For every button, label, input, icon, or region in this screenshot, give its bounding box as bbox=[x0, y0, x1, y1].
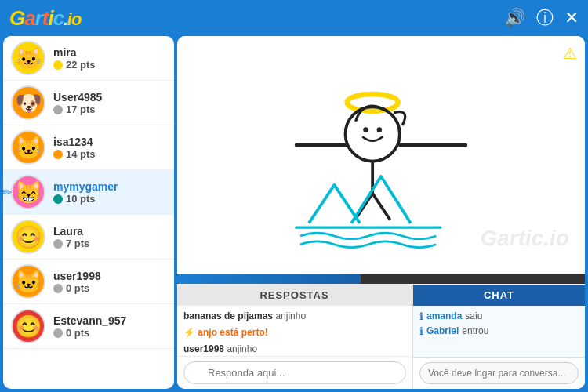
msg-text: anjinho bbox=[275, 310, 306, 321]
pencil-icon: ✏ bbox=[3, 185, 12, 200]
message-line: bananas de pijamas anjinho bbox=[183, 309, 406, 324]
list-item: 🐶 User4985 17 pts bbox=[3, 81, 174, 125]
logo: Gartic.io bbox=[9, 6, 81, 31]
chat-username: Gabriel bbox=[426, 325, 459, 336]
list-item: 🐱 mira 22 pts bbox=[3, 36, 174, 81]
player-info: User4985 17 pts bbox=[53, 91, 166, 115]
sound-icon[interactable]: 🔊 bbox=[504, 8, 525, 28]
input-wrapper: ✏ bbox=[183, 361, 406, 384]
tab-chat[interactable]: CHAT bbox=[413, 285, 585, 306]
svg-point-2 bbox=[363, 127, 368, 132]
avatar: 😸 bbox=[11, 175, 45, 209]
chat-input-area bbox=[413, 357, 585, 389]
player-pts: 17 pts bbox=[53, 103, 166, 115]
info-icon: ℹ bbox=[419, 325, 423, 337]
avatar: 😊 bbox=[11, 220, 45, 254]
player-pts: 7 pts bbox=[53, 238, 166, 249]
avatar: 😊 bbox=[11, 309, 45, 343]
chat-action: entrou bbox=[462, 325, 488, 336]
canvas-area: ⚠ bbox=[177, 36, 585, 389]
player-name: mymygamer bbox=[53, 180, 166, 193]
avatar: 🐶 bbox=[11, 85, 45, 120]
svg-point-0 bbox=[347, 94, 398, 111]
avatar: 🐱 bbox=[11, 264, 45, 299]
player-info: Laura 7 pts bbox=[53, 225, 166, 249]
player-pts: 0 pts bbox=[53, 282, 166, 294]
list-item: 😊 Estevann_957 0 pts bbox=[3, 304, 174, 349]
header-icons: 🔊 ⓘ ✕ bbox=[504, 6, 579, 30]
player-info: mymygamer 10 pts bbox=[53, 180, 166, 205]
chat-message: ℹ Gabriel entrou bbox=[419, 325, 579, 337]
list-item: ✏ 😸 mymygamer 10 pts bbox=[3, 170, 174, 215]
player-info: isa1234 14 pts bbox=[53, 136, 166, 160]
chat-action: saiu bbox=[465, 310, 482, 321]
respostas-input[interactable] bbox=[183, 361, 406, 384]
list-item: 🐱 user1998 0 pts bbox=[3, 260, 174, 304]
info-icon[interactable]: ⓘ bbox=[536, 6, 554, 30]
player-name: isa1234 bbox=[53, 136, 166, 148]
chat-messages: ℹ amanda saiu ℹ Gabriel entrou bbox=[413, 306, 585, 357]
progress-bar-fill bbox=[177, 274, 361, 284]
chat-message: ℹ amanda saiu bbox=[419, 310, 579, 322]
svg-line-8 bbox=[372, 194, 390, 220]
avatar: 🐱 bbox=[11, 130, 45, 165]
msg-user-highlight: anjo bbox=[198, 327, 217, 338]
info-icon: ℹ bbox=[419, 310, 423, 322]
player-pts: 10 pts bbox=[53, 193, 166, 205]
list-item: 😊 Laura 7 pts bbox=[3, 215, 174, 260]
player-info: mira 22 pts bbox=[53, 46, 166, 71]
msg-text: anjinho bbox=[227, 343, 257, 354]
respostas-messages: bananas de pijamas anjinho ⚡ anjo está p… bbox=[177, 306, 412, 356]
player-name: User4985 bbox=[53, 91, 166, 103]
player-name: Laura bbox=[53, 225, 166, 238]
close-icon[interactable]: ✕ bbox=[564, 8, 579, 28]
main-layout: 🐱 mira 22 pts 🐶 User4985 17 pts 🐱 isa123… bbox=[0, 36, 588, 392]
sidebar: 🐱 mira 22 pts 🐶 User4985 17 pts 🐱 isa123… bbox=[3, 36, 174, 389]
player-info: user1998 0 pts bbox=[53, 270, 166, 294]
avatar: 🐱 bbox=[11, 41, 45, 75]
drawing-svg bbox=[177, 36, 585, 274]
chat-panel: CHAT ℹ amanda saiu ℹ Gabriel entrou bbox=[412, 285, 585, 389]
player-name: mira bbox=[53, 46, 166, 59]
chat-input bbox=[419, 362, 579, 384]
message-line: ⚡ anjo está perto! bbox=[183, 325, 406, 340]
chat-username: amanda bbox=[426, 310, 462, 321]
drawing-canvas: ⚠ bbox=[177, 36, 585, 274]
respostas-input-area: ✏ bbox=[177, 356, 412, 389]
svg-point-1 bbox=[346, 107, 400, 161]
player-pts: 0 pts bbox=[53, 327, 166, 339]
msg-highlight: está perto! bbox=[220, 327, 267, 338]
warning-icon: ⚠ bbox=[563, 44, 577, 63]
player-info: Estevann_957 0 pts bbox=[53, 314, 166, 339]
lightning-icon: ⚡ bbox=[183, 327, 198, 338]
header: Gartic.io 🔊 ⓘ ✕ bbox=[0, 0, 588, 36]
player-name: user1998 bbox=[53, 270, 166, 282]
player-name: Estevann_957 bbox=[53, 314, 166, 327]
message-line: user1998 anjinho bbox=[183, 342, 406, 356]
bottom-section: RESPOSTAS bananas de pijamas anjinho ⚡ a… bbox=[177, 284, 585, 389]
player-pts: 22 pts bbox=[53, 59, 166, 71]
respostas-panel: RESPOSTAS bananas de pijamas anjinho ⚡ a… bbox=[177, 285, 412, 389]
msg-user: bananas de pijamas bbox=[183, 310, 273, 321]
msg-user: user1998 bbox=[183, 343, 224, 354]
progress-bar-container bbox=[177, 274, 585, 284]
svg-point-3 bbox=[377, 127, 383, 132]
player-pts: 14 pts bbox=[53, 148, 166, 160]
tab-respostas[interactable]: RESPOSTAS bbox=[177, 285, 412, 306]
list-item: 🐱 isa1234 14 pts bbox=[3, 125, 174, 170]
